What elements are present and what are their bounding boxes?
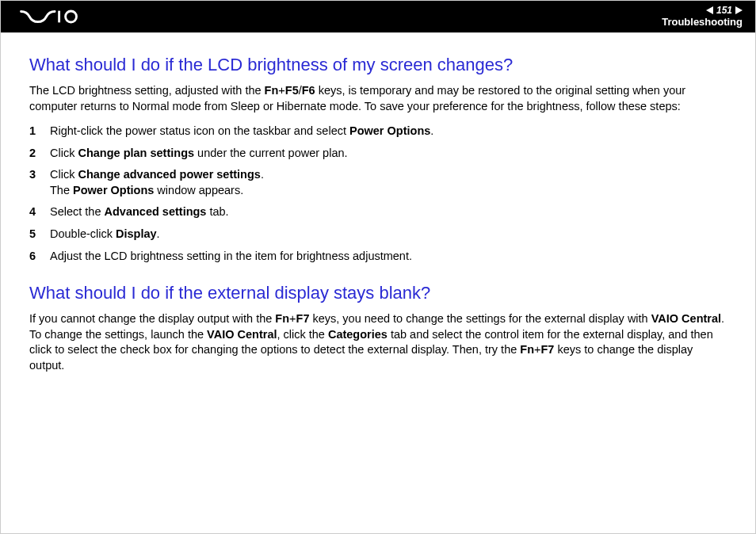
- text: keys, you need to change the settings fo…: [309, 312, 651, 325]
- key-f7: F7: [540, 343, 554, 356]
- svg-point-1: [66, 11, 77, 22]
- next-page-icon[interactable]: [735, 6, 743, 14]
- question-1-intro: The LCD brightness setting, adjusted wit…: [29, 83, 727, 114]
- step-text: Select the Advanced settings tab.: [50, 204, 727, 220]
- step-number: 4: [29, 204, 50, 220]
- step-item: 4Select the Advanced settings tab.: [29, 204, 727, 220]
- top-bar: 151 Troubleshooting: [1, 1, 755, 32]
- text: , click the: [277, 328, 327, 341]
- step-number: 1: [29, 124, 50, 139]
- step-text: Adjust the LCD brightness setting in the…: [50, 249, 727, 265]
- key-fn: Fn: [520, 343, 534, 356]
- step-number: 3: [29, 167, 50, 198]
- step-text: Click Change advanced power settings.The…: [50, 167, 727, 198]
- step-number: 6: [29, 249, 50, 265]
- page-content: What should I do if the LCD brightness o…: [1, 32, 755, 399]
- step-item: 1Right-click the power status icon on th…: [29, 124, 727, 139]
- key-fn: Fn: [265, 84, 279, 97]
- page-number: 151: [716, 5, 732, 16]
- key-f5: F5: [285, 84, 299, 97]
- question-1-steps: 1Right-click the power status icon on th…: [29, 124, 727, 264]
- text: +: [278, 84, 284, 97]
- vaio-central: VAIO Central: [651, 312, 721, 325]
- step-item: 2Click Change plan settings under the cu…: [29, 146, 727, 162]
- vaio-central: VAIO Central: [207, 328, 277, 341]
- question-2-title: What should I do if the external display…: [29, 283, 727, 303]
- step-text: Right-click the power status icon on the…: [50, 124, 727, 139]
- step-item: 6Adjust the LCD brightness setting in th…: [29, 249, 727, 265]
- step-number: 2: [29, 146, 50, 162]
- step-number: 5: [29, 227, 50, 242]
- text: The LCD brightness setting, adjusted wit…: [29, 84, 265, 97]
- question-1-title: What should I do if the LCD brightness o…: [29, 55, 727, 75]
- step-text: Click Change plan settings under the cur…: [50, 146, 727, 162]
- step-item: 3Click Change advanced power settings.Th…: [29, 167, 727, 198]
- section-label: Troubleshooting: [662, 16, 743, 29]
- vaio-logo: [13, 10, 90, 24]
- categories: Categories: [328, 328, 388, 341]
- question-2-body: If you cannot change the display output …: [29, 311, 727, 373]
- key-fn: Fn: [275, 312, 289, 325]
- header-right: 151 Troubleshooting: [662, 5, 743, 29]
- text: If you cannot change the display output …: [29, 312, 275, 325]
- key-f6: F6: [302, 84, 315, 97]
- step-item: 5Double-click Display.: [29, 227, 727, 242]
- svg-rect-0: [58, 11, 60, 23]
- page-nav: 151: [662, 5, 743, 16]
- step-text: Double-click Display.: [50, 227, 727, 242]
- text: +: [289, 312, 296, 325]
- key-f7: F7: [296, 312, 310, 325]
- prev-page-icon[interactable]: [706, 6, 713, 14]
